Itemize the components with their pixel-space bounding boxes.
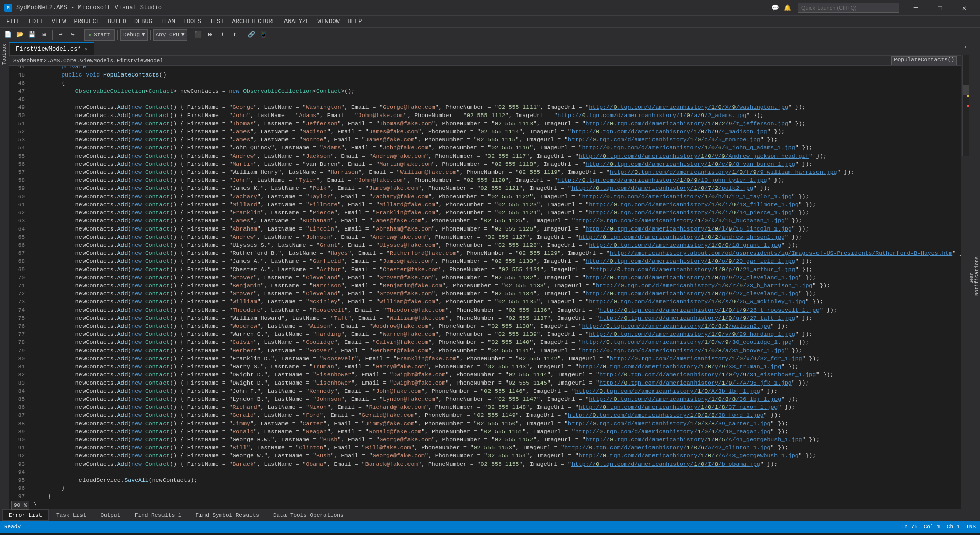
menu-item-analyze[interactable]: ANALYZE: [280, 17, 313, 26]
code-line-92: newContacts.Add(new Contact() { FirstNam…: [33, 452, 961, 460]
menu-item-edit[interactable]: EDIT: [25, 17, 48, 26]
line-num-57: 57: [11, 168, 25, 176]
toolbar: 📄 📂 💾 ⊞ ↩ ↪ ▶ Start Debug ▼ Any CPU ▼ ⬛ …: [0, 27, 980, 42]
scroll-overview[interactable]: [962, 55, 969, 156]
menu-item-file[interactable]: FILE: [2, 17, 25, 26]
line-num-95: 95: [11, 476, 25, 484]
line-num-91: 91: [11, 444, 25, 452]
cpu-combo[interactable]: Any CPU ▼: [153, 29, 187, 41]
line-num-60: 60: [11, 193, 25, 201]
breakpoint-btn[interactable]: ⬛: [193, 29, 204, 41]
toolbox-strip[interactable]: Toolbox: [0, 42, 9, 509]
line-num-70: 70: [11, 274, 25, 282]
sep2: [81, 30, 81, 40]
save-btn[interactable]: 💾: [26, 29, 37, 41]
nav-path: SydMobNet2.AMS.Core.ViewModels.FirstView…: [13, 58, 164, 64]
ins-indicator[interactable]: INS: [966, 524, 976, 530]
menu-item-build[interactable]: BUILD: [104, 17, 130, 26]
chat-icon[interactable]: 💬: [769, 2, 781, 13]
debug-combo[interactable]: Debug ▼: [120, 29, 148, 41]
code-line-74: newContacts.Add(new Contact() { FirstNam…: [33, 306, 961, 314]
ch-indicator[interactable]: Ch 1: [947, 524, 960, 530]
step-over-btn[interactable]: ⏭: [205, 29, 216, 41]
code-line-88: newContacts.Add(new Contact() { FirstNam…: [33, 419, 961, 428]
undo-btn[interactable]: ↩: [55, 29, 66, 41]
logo-text: M: [7, 5, 9, 10]
redo-btn[interactable]: ↪: [67, 29, 78, 41]
code-line-51: newContacts.Add(new Contact() { FirstNam…: [33, 120, 961, 128]
bottom-tab-4[interactable]: Find Symbol Results: [189, 509, 265, 521]
bottom-tab-0[interactable]: Error List: [2, 509, 49, 521]
step-out-btn[interactable]: ⬆: [229, 29, 240, 41]
close-button[interactable]: ✕: [953, 0, 976, 15]
code-line-49: newContacts.Add(new Contact() { FirstNam…: [33, 103, 961, 111]
bottom-tab-3[interactable]: Find Results 1: [128, 509, 188, 521]
new-project-btn[interactable]: 📄: [2, 29, 13, 41]
sep5: [190, 30, 190, 40]
code-line-73: newContacts.Add(new Contact() { FirstNam…: [33, 298, 961, 306]
col-indicator[interactable]: Col 1: [924, 524, 941, 530]
start-button[interactable]: ▶ Start: [84, 29, 115, 41]
expand-btn[interactable]: +: [962, 44, 970, 52]
line-num-90: 90: [11, 436, 25, 444]
zoom-indicator[interactable]: 90 %: [11, 501, 29, 509]
menu-bar: FILEEDITVIEWPROJECTBUILDDEBUGTEAMTOOLSTE…: [0, 15, 980, 27]
menu-item-project[interactable]: PROJECT: [70, 17, 103, 26]
open-btn[interactable]: 📂: [14, 29, 25, 41]
cpu-arrow: ▼: [181, 32, 185, 38]
line-num-46: 46: [11, 79, 25, 87]
scroll-thumb[interactable]: [963, 85, 969, 95]
code-line-45: public void PopulateContacts(): [33, 71, 961, 79]
device-btn[interactable]: 📱: [258, 29, 269, 41]
line-num-54: 54: [11, 144, 25, 152]
bottom-tab-5[interactable]: Data Tools Operations: [267, 509, 350, 521]
address-bar: SydMobNet2.AMS.Core.ViewModels.FirstView…: [9, 56, 961, 66]
step-into-btn[interactable]: ⬇: [217, 29, 228, 41]
code-line-56: newContacts.Add(new Contact() { FirstNam…: [33, 160, 961, 168]
attach-btn[interactable]: 🔗: [246, 29, 257, 41]
bottom-tabs: Error ListTask ListOutputFind Results 1F…: [0, 509, 980, 521]
status-bar: Ready Ln 75 Col 1 Ch 1 INS: [0, 521, 980, 533]
code-line-87: newContacts.Add(new Contact() { FirstNam…: [33, 411, 961, 419]
notifications-strip[interactable]: Notifications Sear: [970, 42, 980, 509]
active-tab[interactable]: FirstViewModel.cs* ✕: [9, 42, 94, 55]
code-line-98: }: [33, 501, 961, 509]
menu-item-view[interactable]: VIEW: [48, 17, 70, 26]
notifications-label[interactable]: Notifications: [974, 256, 980, 296]
line-num-87: 87: [11, 411, 25, 419]
code-editor[interactable]: 4445464748495051525354555657585960616263…: [9, 66, 961, 509]
bottom-tab-1[interactable]: Task List: [50, 509, 93, 521]
notifications-icon[interactable]: 🔔: [782, 2, 793, 13]
line-num-64: 64: [11, 225, 25, 233]
line-num-50: 50: [11, 111, 25, 120]
menu-item-tools[interactable]: TOOLS: [179, 17, 206, 26]
bottom-tab-2[interactable]: Output: [94, 509, 127, 521]
menu-item-window[interactable]: WINDOW: [313, 17, 343, 26]
menu-item-architecture[interactable]: ARCHITECTURE: [228, 17, 280, 26]
save-all-btn[interactable]: ⊞: [38, 29, 50, 41]
line-num-69: 69: [11, 265, 25, 274]
menu-item-team[interactable]: TEAM: [156, 17, 179, 26]
line-num-81: 81: [11, 363, 25, 371]
code-content[interactable]: private public void PopulateContacts() {…: [29, 66, 961, 506]
menu-item-test[interactable]: TEST: [206, 17, 228, 26]
maximize-button[interactable]: ❐: [928, 0, 952, 15]
line-indicator[interactable]: Ln 75: [901, 524, 918, 530]
search-label[interactable]: Sear: [969, 273, 974, 284]
line-num-62: 62: [11, 209, 25, 217]
line-num-65: 65: [11, 233, 25, 241]
code-line-76: newContacts.Add(new Contact() { FirstNam…: [33, 322, 961, 330]
method-label: PopulateContacts(): [894, 57, 954, 63]
quick-launch-input[interactable]: [798, 3, 899, 13]
menu-item-help[interactable]: HELP: [344, 17, 366, 26]
line-num-83: 83: [11, 379, 25, 387]
minimize-button[interactable]: ─: [904, 0, 927, 15]
menu-item-debug[interactable]: DEBUG: [130, 17, 156, 26]
code-line-89: newContacts.Add(new Contact() { FirstNam…: [33, 428, 961, 436]
method-combo[interactable]: PopulateContacts(): [891, 56, 957, 65]
cpu-label: Any CPU: [156, 32, 179, 38]
tab-close-btn[interactable]: ✕: [85, 46, 88, 52]
code-line-85: newContacts.Add(new Contact() { FirstNam…: [33, 395, 961, 403]
toolbox-label[interactable]: Toolbox: [2, 44, 7, 65]
line-num-85: 85: [11, 395, 25, 403]
